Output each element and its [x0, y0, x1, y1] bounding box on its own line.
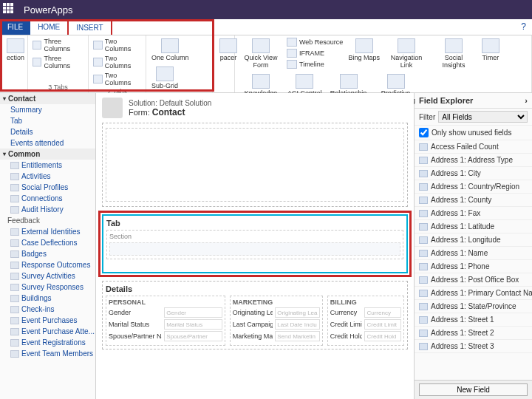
field-input[interactable]: Marital Status: [164, 319, 222, 330]
form-field-row[interactable]: CurrencyCurrency: [330, 307, 401, 318]
tab-insert[interactable]: INSERT: [67, 19, 112, 35]
group-contact[interactable]: Contact: [0, 93, 95, 104]
social-insights-button[interactable]: Social Insights: [431, 37, 477, 71]
entity-icon: [10, 350, 19, 358]
field-item[interactable]: Address 1: Street 2: [415, 327, 532, 340]
new-field-button[interactable]: New Field: [419, 383, 528, 396]
nav-item[interactable]: Event Registrations: [0, 337, 95, 348]
field-item[interactable]: Address 1: Street 1: [415, 313, 532, 327]
field-input[interactable]: Credit Limit: [364, 319, 401, 330]
two-columns-1[interactable]: Two Columns: [92, 37, 143, 53]
title-bar: PowerApps: [0, 0, 532, 19]
tab-file[interactable]: FILE: [0, 19, 30, 35]
field-item[interactable]: Address 1: Phone: [415, 260, 532, 273]
entity-icon: [10, 339, 19, 347]
field-item[interactable]: Address 1: State/Province: [415, 300, 532, 313]
entity-icon: [10, 306, 19, 313]
field-item[interactable]: Address 1: Fax: [415, 207, 532, 220]
field-item[interactable]: Address 1: Country/Region: [415, 180, 532, 194]
form-field-row[interactable]: GenderGender: [109, 307, 222, 318]
two-columns-3[interactable]: Two Columns: [92, 71, 143, 87]
field-item[interactable]: Address 1: City: [415, 167, 532, 180]
field-item[interactable]: Address 1: Address Type: [415, 154, 532, 167]
form-field-row[interactable]: Last Campaign DateLast Date Inclu: [233, 319, 320, 330]
nav-item[interactable]: Case Deflections: [0, 237, 95, 248]
nav-item[interactable]: Connections: [0, 193, 95, 204]
field-item[interactable]: Address 1: Longitude: [415, 233, 532, 247]
feedback-label: Feedback: [0, 215, 95, 226]
entity-icon: [10, 228, 19, 236]
form-field-row[interactable]: Originating LeadOriginating Lea: [233, 307, 320, 318]
nav-item[interactable]: Social Profiles: [0, 182, 95, 193]
entity-icon: [10, 239, 19, 247]
nav-item[interactable]: Event Team Members: [0, 348, 95, 359]
nav-link-button[interactable]: Navigation Link: [383, 37, 429, 71]
tab-home[interactable]: HOME: [30, 19, 67, 35]
field-item[interactable]: Access Failed Count: [415, 140, 532, 154]
nav-item[interactable]: Summary: [0, 104, 95, 115]
nav-item[interactable]: Badges: [0, 248, 95, 259]
entity-icon: [10, 173, 19, 180]
timeline-button[interactable]: Timeline: [285, 59, 344, 69]
field-input[interactable]: Gender: [164, 307, 222, 318]
form-field-row[interactable]: Spouse/Partner NameSpouse/Partner: [109, 331, 222, 341]
nav-item[interactable]: Details: [0, 126, 95, 137]
field-input[interactable]: Last Date Inclu: [275, 319, 320, 330]
nav-item[interactable]: Survey Activities: [0, 270, 95, 282]
web-resource-button[interactable]: Web Resource: [285, 37, 344, 47]
bing-maps-button[interactable]: Bing Maps: [346, 37, 382, 64]
three-columns-1[interactable]: Three Columns: [31, 37, 85, 53]
field-icon: [419, 303, 428, 310]
sub-grid-button[interactable]: Sub-Grid: [149, 65, 180, 92]
form-field-row[interactable]: Credit HoldCredit Hold: [330, 331, 401, 341]
field-item[interactable]: Address 1: Post Office Box: [415, 273, 532, 287]
field-item[interactable]: Address 1: Primary Contact Name: [415, 287, 532, 300]
one-column-button[interactable]: One Column: [149, 37, 191, 64]
field-input[interactable]: Currency: [364, 307, 401, 318]
form-field-row[interactable]: Marital StatusMarital Status: [109, 319, 222, 330]
field-input[interactable]: Spouse/Partner: [164, 331, 222, 341]
field-label: Gender: [109, 309, 162, 316]
new-tab-block[interactable]: Tab Section: [102, 214, 408, 273]
nav-item[interactable]: Activities: [0, 171, 95, 182]
field-item[interactable]: Address 1: Latitude: [415, 220, 532, 233]
field-item[interactable]: Address 1: Name: [415, 247, 532, 260]
field-input[interactable]: Send Marketin: [275, 331, 320, 341]
field-icon: [419, 330, 428, 337]
form-field-row[interactable]: Marketing MaterialsSend Marketin: [233, 331, 320, 341]
section-button[interactable]: ection: [3, 37, 28, 64]
nav-item[interactable]: Audit History: [0, 204, 95, 215]
field-icon: [419, 316, 428, 324]
details-tab-block[interactable]: Details PERSONALGenderGenderMarital Stat…: [102, 281, 408, 349]
nav-item[interactable]: Events attended: [0, 137, 95, 149]
nav-item[interactable]: Event Purchase Atte...: [0, 326, 95, 337]
form-field-row[interactable]: Credit LimitCredit Limit: [330, 319, 401, 330]
app-launcher-icon[interactable]: [3, 3, 16, 16]
ribbon-tabs: FILE HOME INSERT ?: [0, 19, 532, 35]
field-input[interactable]: Credit Hold: [364, 331, 401, 341]
group-common[interactable]: Common: [0, 149, 95, 160]
nav-item[interactable]: Response Outcomes: [0, 259, 95, 270]
nav-item[interactable]: Check-ins: [0, 304, 95, 315]
nav-item[interactable]: Tab: [0, 115, 95, 126]
two-columns-2[interactable]: Two Columns: [92, 54, 143, 70]
nav-item[interactable]: Buildings: [0, 293, 95, 304]
field-icon: [419, 290, 428, 297]
field-item[interactable]: Address 1: Street 3: [415, 340, 532, 353]
timer-button[interactable]: Timer: [478, 37, 503, 64]
nav-item[interactable]: Entitlements: [0, 160, 95, 171]
existing-tab-block[interactable]: [102, 123, 408, 207]
nav-item[interactable]: External Identities: [0, 226, 95, 237]
nav-item[interactable]: Event Purchases: [0, 315, 95, 326]
field-item[interactable]: Address 1: County: [415, 194, 532, 207]
help-icon[interactable]: ?: [521, 21, 526, 32]
iframe-button[interactable]: IFRAME: [285, 48, 344, 58]
section-block[interactable]: Section: [106, 230, 403, 259]
three-columns-2[interactable]: Three Columns: [31, 54, 85, 70]
nav-item[interactable]: Survey Responses: [0, 282, 95, 293]
only-unused-label: Only show unused fields: [432, 129, 511, 137]
only-unused-checkbox[interactable]: [419, 128, 429, 137]
field-input[interactable]: Originating Lea: [275, 307, 320, 318]
quick-view-button[interactable]: Quick View Form: [238, 37, 284, 71]
details-column: MARKETINGOriginating LeadOriginating Lea…: [230, 296, 323, 346]
